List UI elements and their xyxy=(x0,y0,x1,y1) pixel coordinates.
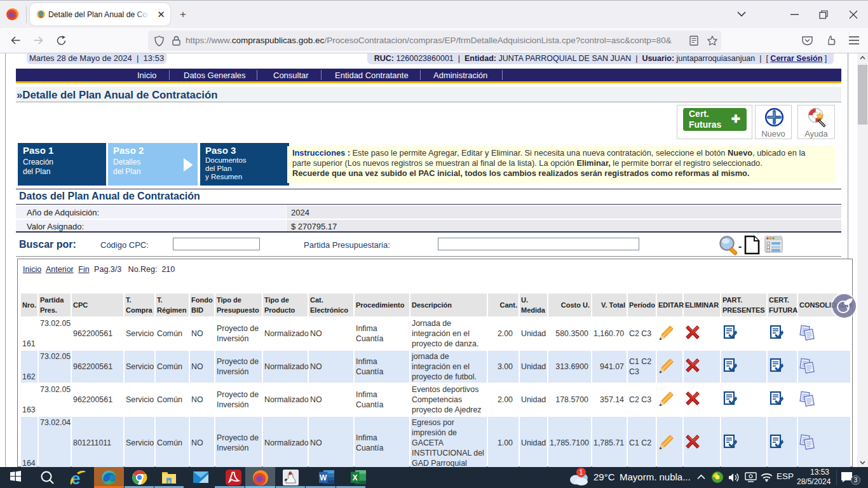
svg-text:e: e xyxy=(71,469,80,486)
svg-text:X: X xyxy=(353,473,358,482)
svg-text:W: W xyxy=(320,473,327,482)
